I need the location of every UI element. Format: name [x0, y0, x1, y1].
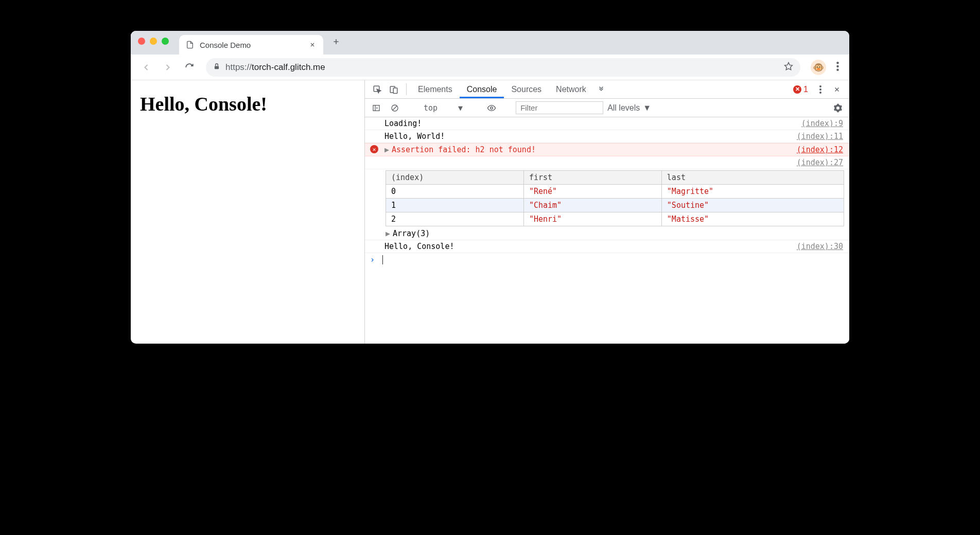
log-row: ✕▶Assertion failed: h2 not found!(index)… [365, 143, 849, 156]
svg-point-7 [836, 65, 839, 67]
table-cell: "Magritte" [661, 185, 844, 199]
array-summary[interactable]: ▶ Array(3) [365, 227, 849, 240]
table-row: 0"René""Magritte" [386, 185, 844, 199]
table-header[interactable]: first [523, 171, 661, 185]
page-content: Hello, Console! [131, 80, 364, 344]
source-link[interactable]: (index):11 [797, 132, 844, 141]
svg-point-21 [491, 106, 493, 109]
svg-rect-17 [373, 105, 379, 111]
table-cell: "Matisse" [661, 212, 844, 226]
dropdown-triangle-icon: ▼ [643, 103, 651, 113]
close-devtools-button[interactable] [829, 80, 845, 98]
tab-elements[interactable]: Elements [411, 80, 460, 98]
console-toolbar: top ▼ All levels ▼ [365, 99, 849, 117]
expand-triangle-icon[interactable]: ▶ [386, 229, 393, 238]
minimize-window-button[interactable] [150, 38, 157, 45]
prompt-caret-icon: › [370, 255, 382, 264]
svg-marker-5 [785, 62, 793, 69]
tab-title: Console Demo [200, 41, 303, 49]
svg-point-6 [836, 62, 839, 64]
table-cell: "Soutine" [661, 199, 844, 212]
tab-console[interactable]: Console [460, 80, 504, 98]
svg-rect-11 [393, 88, 397, 94]
devtools-menu-button[interactable] [812, 80, 829, 98]
log-row: Hello, World!(index):11 [365, 130, 849, 143]
filter-input[interactable] [516, 101, 603, 114]
table-cell: "René" [523, 185, 661, 199]
lock-icon [213, 63, 220, 72]
table-row: 1"Chaim""Soutine" [386, 199, 844, 212]
file-icon [185, 40, 195, 49]
log-levels-selector[interactable]: All levels ▼ [607, 103, 651, 113]
bookmark-star-icon[interactable] [784, 62, 793, 73]
log-message: Hello, Console! [382, 242, 797, 251]
log-row: Loading!(index):9 [365, 117, 849, 130]
table-header[interactable]: (index) [386, 171, 524, 185]
devtools-tabs: Elements Console Sources Network ✕ 1 [365, 80, 849, 99]
dropdown-triangle-icon: ▼ [458, 103, 463, 113]
table-row: 2"Henri""Matisse" [386, 212, 844, 226]
address-bar[interactable]: https://torch-calf.glitch.me [206, 58, 800, 77]
tab-sources[interactable]: Sources [504, 80, 549, 98]
url-text: https://torch-calf.glitch.me [225, 62, 779, 73]
table-cell: 1 [386, 199, 524, 212]
text-cursor [382, 255, 383, 264]
maximize-window-button[interactable] [162, 38, 169, 45]
svg-line-20 [393, 106, 397, 110]
forward-button[interactable] [159, 58, 177, 77]
expand-triangle-icon[interactable]: ▶ [384, 145, 392, 154]
table-cell: "Chaim" [523, 199, 661, 212]
source-link[interactable]: (index):27 [797, 158, 844, 167]
table-cell: "Henri" [523, 212, 661, 226]
table-cell: 2 [386, 212, 524, 226]
more-tabs-button[interactable] [593, 80, 609, 98]
context-selector[interactable]: top ▼ [419, 102, 467, 114]
clear-console-icon[interactable] [388, 101, 402, 115]
svg-rect-4 [215, 66, 219, 69]
content-area: Hello, Console! Elements Console Sources… [131, 80, 849, 344]
profile-avatar[interactable]: 🐵 [811, 60, 826, 75]
log-row: (index):27 [365, 156, 849, 169]
browser-menu-button[interactable] [832, 62, 843, 73]
log-message: Hello, World! [382, 132, 797, 141]
log-message: ▶Assertion failed: h2 not found! [382, 145, 797, 154]
new-tab-button[interactable] [328, 34, 344, 49]
page-heading: Hello, Console! [140, 93, 355, 115]
svg-point-12 [819, 85, 821, 87]
toggle-sidebar-icon[interactable] [369, 101, 383, 115]
window-controls [138, 38, 169, 45]
reload-button[interactable] [180, 58, 199, 77]
close-tab-button[interactable] [308, 40, 317, 49]
device-toggle-icon[interactable] [386, 80, 402, 98]
source-link[interactable]: (index):30 [797, 242, 844, 251]
inspect-element-icon[interactable] [369, 80, 386, 98]
console-body: Loading!(index):9Hello, World!(index):11… [365, 117, 849, 344]
source-link[interactable]: (index):9 [801, 119, 844, 128]
divider [406, 83, 407, 95]
table-header[interactable]: last [661, 171, 844, 185]
browser-tab[interactable]: Console Demo [179, 35, 323, 55]
browser-window: Console Demo https://torch-calf.glitch.m… [131, 31, 849, 344]
svg-point-8 [836, 68, 839, 71]
error-icon: ✕ [793, 85, 801, 94]
tab-network[interactable]: Network [549, 80, 593, 98]
tab-strip: Console Demo [131, 31, 849, 55]
log-message: Loading! [382, 119, 801, 128]
svg-point-14 [819, 92, 821, 94]
toolbar: https://torch-calf.glitch.me 🐵 [131, 55, 849, 80]
console-table: (index)firstlast 0"René""Magritte"1"Chai… [365, 169, 849, 227]
svg-point-13 [819, 88, 821, 91]
devtools-panel: Elements Console Sources Network ✕ 1 [364, 80, 849, 344]
error-icon: ✕ [370, 145, 378, 153]
close-window-button[interactable] [138, 38, 145, 45]
settings-gear-icon[interactable] [831, 101, 845, 115]
log-row: Hello, Console! (index):30 [365, 240, 849, 253]
live-expression-icon[interactable] [484, 101, 499, 115]
back-button[interactable] [137, 58, 155, 77]
error-count-badge[interactable]: ✕ 1 [789, 80, 812, 98]
console-prompt[interactable]: › [365, 253, 849, 266]
source-link[interactable]: (index):12 [797, 145, 844, 154]
table-cell: 0 [386, 185, 524, 199]
